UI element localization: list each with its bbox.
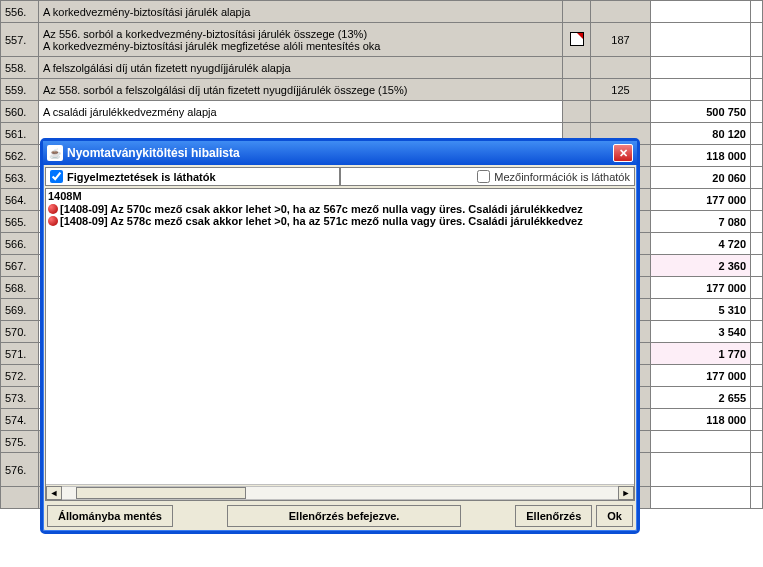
- row-col3: 125: [591, 79, 651, 101]
- check-button[interactable]: Ellenőrzés: [515, 505, 592, 527]
- row-tail: [751, 409, 763, 431]
- row-value[interactable]: [651, 487, 751, 509]
- table-row: 559.Az 558. sorból a felszolgálási díj u…: [1, 79, 763, 101]
- fieldinfo-checkbox-label[interactable]: Mezőinformációk is láthatók: [340, 167, 635, 186]
- row-value[interactable]: [651, 431, 751, 453]
- dialog-button-row: Állományba mentés Ellenőrzés befejezve. …: [43, 501, 637, 531]
- row-number: 567.: [1, 255, 39, 277]
- horizontal-scrollbar[interactable]: ◄ ►: [46, 484, 634, 500]
- row-flag-cell: [563, 1, 591, 23]
- row-tail: [751, 277, 763, 299]
- row-flag-cell: [563, 79, 591, 101]
- row-value[interactable]: 177 000: [651, 365, 751, 387]
- row-value[interactable]: 118 000: [651, 409, 751, 431]
- row-tail: [751, 343, 763, 365]
- row-col3: [591, 57, 651, 79]
- row-number: 557.: [1, 23, 39, 57]
- row-number: 560.: [1, 101, 39, 123]
- row-value[interactable]: 118 000: [651, 145, 751, 167]
- row-tail: [751, 299, 763, 321]
- scroll-left-arrow[interactable]: ◄: [46, 486, 62, 500]
- row-number: 574.: [1, 409, 39, 431]
- table-row: 556.A korkedvezmény-biztosítási járulék …: [1, 1, 763, 23]
- fieldinfo-checkbox[interactable]: [477, 170, 490, 183]
- row-description: Az 558. sorból a felszolgálási díj után …: [39, 79, 563, 101]
- row-number: 562.: [1, 145, 39, 167]
- row-value[interactable]: 20 060: [651, 167, 751, 189]
- row-tail: [751, 233, 763, 255]
- flag-icon: [570, 32, 584, 46]
- save-button[interactable]: Állományba mentés: [47, 505, 173, 527]
- row-value[interactable]: 4 720: [651, 233, 751, 255]
- dialog-titlebar[interactable]: ☕ Nyomtatványkitöltési hibalista ✕: [43, 141, 637, 165]
- warnings-checkbox-label[interactable]: Figyelmeztetések is láthatók: [45, 167, 340, 186]
- row-number: 570.: [1, 321, 39, 343]
- error-list-dialog: ☕ Nyomtatványkitöltési hibalista ✕ Figye…: [40, 138, 640, 534]
- row-number: 569.: [1, 299, 39, 321]
- error-item[interactable]: [1408-09] Az 570c mező csak akkor lehet …: [46, 203, 634, 215]
- row-flag-cell: [563, 23, 591, 57]
- close-button[interactable]: ✕: [613, 144, 633, 162]
- row-description: Az 556. sorból a korkedvezmény-biztosítá…: [39, 23, 563, 57]
- row-col3: [591, 101, 651, 123]
- row-value[interactable]: 177 000: [651, 277, 751, 299]
- error-list-content: 1408M [1408-09] Az 570c mező csak akkor …: [45, 188, 635, 501]
- row-number: 565.: [1, 211, 39, 233]
- error-text: [1408-09] Az 570c mező csak akkor lehet …: [60, 203, 583, 215]
- row-value[interactable]: [651, 453, 751, 487]
- row-value[interactable]: [651, 57, 751, 79]
- dialog-title: Nyomtatványkitöltési hibalista: [67, 146, 240, 160]
- table-row: 558.A felszolgálási díj után fizetett ny…: [1, 57, 763, 79]
- row-value[interactable]: [651, 1, 751, 23]
- row-number: 559.: [1, 79, 39, 101]
- row-number: 568.: [1, 277, 39, 299]
- row-number: 572.: [1, 365, 39, 387]
- scroll-track[interactable]: [62, 486, 618, 500]
- row-number: 566.: [1, 233, 39, 255]
- row-number: 558.: [1, 57, 39, 79]
- row-value[interactable]: [651, 79, 751, 101]
- row-col3: 187: [591, 23, 651, 57]
- row-tail: [751, 123, 763, 145]
- row-tail: [751, 1, 763, 23]
- row-value[interactable]: 2 655: [651, 387, 751, 409]
- row-tail: [751, 79, 763, 101]
- row-flag-cell: [563, 101, 591, 123]
- row-value[interactable]: 500 750: [651, 101, 751, 123]
- error-icon: [48, 204, 58, 214]
- error-item[interactable]: [1408-09] Az 578c mező csak akkor lehet …: [46, 215, 634, 227]
- row-flag-cell: [563, 57, 591, 79]
- scroll-right-arrow[interactable]: ►: [618, 486, 634, 500]
- row-value[interactable]: 2 360: [651, 255, 751, 277]
- row-description: A felszolgálási díj után fizetett nyugdí…: [39, 57, 563, 79]
- row-value[interactable]: 5 310: [651, 299, 751, 321]
- row-tail: [751, 189, 763, 211]
- row-number: 573.: [1, 387, 39, 409]
- error-text: [1408-09] Az 578c mező csak akkor lehet …: [60, 215, 583, 227]
- row-tail: [751, 23, 763, 57]
- row-number: 576.: [1, 453, 39, 487]
- dialog-toolbar: Figyelmeztetések is láthatók Mezőinformá…: [43, 165, 637, 188]
- row-value[interactable]: 1 770: [651, 343, 751, 365]
- warnings-checkbox[interactable]: [50, 170, 63, 183]
- row-tail: [751, 167, 763, 189]
- table-row: 560.A családi járulékkedvezmény alapja50…: [1, 101, 763, 123]
- row-tail: [751, 57, 763, 79]
- row-tail: [751, 145, 763, 167]
- row-number: [1, 487, 39, 509]
- status-text: Ellenőrzés befejezve.: [227, 505, 461, 527]
- row-description: A családi járulékkedvezmény alapja: [39, 101, 563, 123]
- scroll-thumb[interactable]: [76, 487, 246, 499]
- row-value[interactable]: 7 080: [651, 211, 751, 233]
- row-number: 564.: [1, 189, 39, 211]
- row-value[interactable]: 177 000: [651, 189, 751, 211]
- ok-button[interactable]: Ok: [596, 505, 633, 527]
- row-value[interactable]: 3 540: [651, 321, 751, 343]
- row-value[interactable]: [651, 23, 751, 57]
- row-tail: [751, 487, 763, 509]
- error-icon: [48, 216, 58, 226]
- row-number: 571.: [1, 343, 39, 365]
- row-value[interactable]: 80 120: [651, 123, 751, 145]
- row-number: 575.: [1, 431, 39, 453]
- table-row: 557.Az 556. sorból a korkedvezmény-bizto…: [1, 23, 763, 57]
